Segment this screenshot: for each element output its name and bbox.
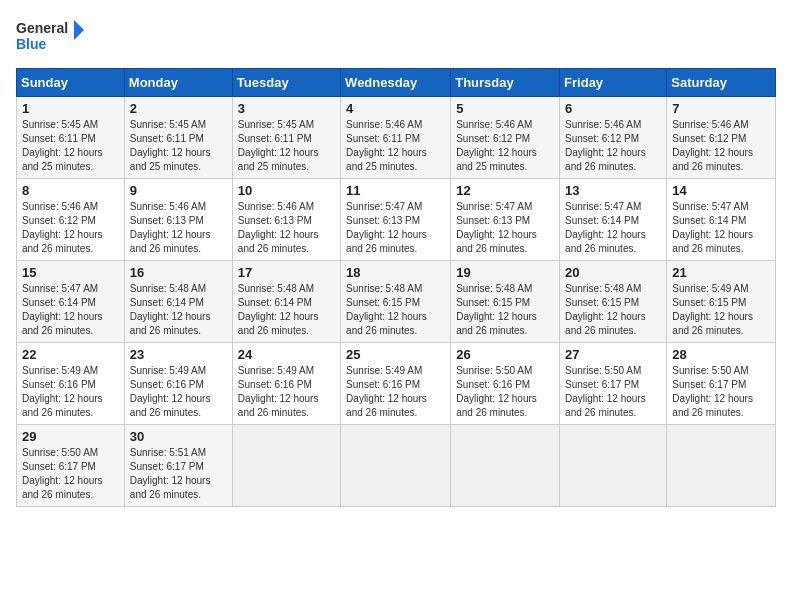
calendar-day-cell bbox=[560, 425, 667, 507]
calendar-day-cell: 10 Sunrise: 5:46 AMSunset: 6:13 PMDaylig… bbox=[232, 179, 340, 261]
calendar-day-cell: 14 Sunrise: 5:47 AMSunset: 6:14 PMDaylig… bbox=[667, 179, 776, 261]
calendar-day-cell: 3 Sunrise: 5:45 AMSunset: 6:11 PMDayligh… bbox=[232, 97, 340, 179]
day-number: 7 bbox=[672, 101, 770, 116]
calendar-week-row: 29 Sunrise: 5:50 AMSunset: 6:17 PMDaylig… bbox=[17, 425, 776, 507]
calendar-week-row: 22 Sunrise: 5:49 AMSunset: 6:16 PMDaylig… bbox=[17, 343, 776, 425]
day-info: Sunrise: 5:48 AMSunset: 6:15 PMDaylight:… bbox=[565, 283, 646, 336]
day-info: Sunrise: 5:50 AMSunset: 6:17 PMDaylight:… bbox=[22, 447, 103, 500]
day-info: Sunrise: 5:48 AMSunset: 6:15 PMDaylight:… bbox=[456, 283, 537, 336]
calendar-day-cell: 7 Sunrise: 5:46 AMSunset: 6:12 PMDayligh… bbox=[667, 97, 776, 179]
calendar-day-header: Friday bbox=[560, 69, 667, 97]
day-number: 8 bbox=[22, 183, 119, 198]
calendar-day-cell bbox=[232, 425, 340, 507]
page-header: General Blue bbox=[16, 16, 776, 56]
calendar-day-cell: 4 Sunrise: 5:46 AMSunset: 6:11 PMDayligh… bbox=[341, 97, 451, 179]
calendar-day-cell: 5 Sunrise: 5:46 AMSunset: 6:12 PMDayligh… bbox=[451, 97, 560, 179]
calendar-week-row: 8 Sunrise: 5:46 AMSunset: 6:12 PMDayligh… bbox=[17, 179, 776, 261]
calendar-day-cell: 17 Sunrise: 5:48 AMSunset: 6:14 PMDaylig… bbox=[232, 261, 340, 343]
day-info: Sunrise: 5:50 AMSunset: 6:17 PMDaylight:… bbox=[672, 365, 753, 418]
day-info: Sunrise: 5:48 AMSunset: 6:15 PMDaylight:… bbox=[346, 283, 427, 336]
day-info: Sunrise: 5:47 AMSunset: 6:14 PMDaylight:… bbox=[22, 283, 103, 336]
day-info: Sunrise: 5:49 AMSunset: 6:16 PMDaylight:… bbox=[130, 365, 211, 418]
day-number: 13 bbox=[565, 183, 661, 198]
day-info: Sunrise: 5:49 AMSunset: 6:16 PMDaylight:… bbox=[346, 365, 427, 418]
calendar-day-cell: 15 Sunrise: 5:47 AMSunset: 6:14 PMDaylig… bbox=[17, 261, 125, 343]
calendar-day-header: Saturday bbox=[667, 69, 776, 97]
calendar-day-cell: 1 Sunrise: 5:45 AMSunset: 6:11 PMDayligh… bbox=[17, 97, 125, 179]
day-number: 30 bbox=[130, 429, 227, 444]
calendar-day-cell: 18 Sunrise: 5:48 AMSunset: 6:15 PMDaylig… bbox=[341, 261, 451, 343]
day-number: 9 bbox=[130, 183, 227, 198]
day-number: 29 bbox=[22, 429, 119, 444]
calendar-day-cell: 12 Sunrise: 5:47 AMSunset: 6:13 PMDaylig… bbox=[451, 179, 560, 261]
calendar-day-cell: 19 Sunrise: 5:48 AMSunset: 6:15 PMDaylig… bbox=[451, 261, 560, 343]
calendar-day-cell: 9 Sunrise: 5:46 AMSunset: 6:13 PMDayligh… bbox=[124, 179, 232, 261]
day-info: Sunrise: 5:45 AMSunset: 6:11 PMDaylight:… bbox=[130, 119, 211, 172]
calendar-day-cell: 21 Sunrise: 5:49 AMSunset: 6:15 PMDaylig… bbox=[667, 261, 776, 343]
calendar-day-cell: 29 Sunrise: 5:50 AMSunset: 6:17 PMDaylig… bbox=[17, 425, 125, 507]
day-info: Sunrise: 5:50 AMSunset: 6:16 PMDaylight:… bbox=[456, 365, 537, 418]
day-number: 12 bbox=[456, 183, 554, 198]
calendar-day-cell: 24 Sunrise: 5:49 AMSunset: 6:16 PMDaylig… bbox=[232, 343, 340, 425]
calendar-day-header: Sunday bbox=[17, 69, 125, 97]
calendar-day-cell: 11 Sunrise: 5:47 AMSunset: 6:13 PMDaylig… bbox=[341, 179, 451, 261]
day-info: Sunrise: 5:51 AMSunset: 6:17 PMDaylight:… bbox=[130, 447, 211, 500]
day-number: 27 bbox=[565, 347, 661, 362]
calendar-day-header: Tuesday bbox=[232, 69, 340, 97]
day-number: 15 bbox=[22, 265, 119, 280]
day-number: 28 bbox=[672, 347, 770, 362]
day-info: Sunrise: 5:46 AMSunset: 6:12 PMDaylight:… bbox=[672, 119, 753, 172]
day-info: Sunrise: 5:46 AMSunset: 6:12 PMDaylight:… bbox=[22, 201, 103, 254]
day-number: 23 bbox=[130, 347, 227, 362]
day-number: 24 bbox=[238, 347, 335, 362]
day-number: 6 bbox=[565, 101, 661, 116]
day-number: 19 bbox=[456, 265, 554, 280]
calendar-day-cell: 2 Sunrise: 5:45 AMSunset: 6:11 PMDayligh… bbox=[124, 97, 232, 179]
day-info: Sunrise: 5:46 AMSunset: 6:12 PMDaylight:… bbox=[565, 119, 646, 172]
calendar-day-header: Monday bbox=[124, 69, 232, 97]
day-number: 2 bbox=[130, 101, 227, 116]
calendar-day-cell: 6 Sunrise: 5:46 AMSunset: 6:12 PMDayligh… bbox=[560, 97, 667, 179]
day-number: 20 bbox=[565, 265, 661, 280]
day-info: Sunrise: 5:46 AMSunset: 6:12 PMDaylight:… bbox=[456, 119, 537, 172]
calendar-week-row: 15 Sunrise: 5:47 AMSunset: 6:14 PMDaylig… bbox=[17, 261, 776, 343]
calendar-table: SundayMondayTuesdayWednesdayThursdayFrid… bbox=[16, 68, 776, 507]
day-number: 21 bbox=[672, 265, 770, 280]
calendar-day-cell: 26 Sunrise: 5:50 AMSunset: 6:16 PMDaylig… bbox=[451, 343, 560, 425]
day-info: Sunrise: 5:49 AMSunset: 6:15 PMDaylight:… bbox=[672, 283, 753, 336]
day-number: 3 bbox=[238, 101, 335, 116]
day-info: Sunrise: 5:47 AMSunset: 6:14 PMDaylight:… bbox=[672, 201, 753, 254]
calendar-body: 1 Sunrise: 5:45 AMSunset: 6:11 PMDayligh… bbox=[17, 97, 776, 507]
calendar-header-row: SundayMondayTuesdayWednesdayThursdayFrid… bbox=[17, 69, 776, 97]
svg-text:Blue: Blue bbox=[16, 36, 47, 52]
day-number: 4 bbox=[346, 101, 445, 116]
day-info: Sunrise: 5:45 AMSunset: 6:11 PMDaylight:… bbox=[22, 119, 103, 172]
calendar-day-cell: 28 Sunrise: 5:50 AMSunset: 6:17 PMDaylig… bbox=[667, 343, 776, 425]
calendar-day-cell: 22 Sunrise: 5:49 AMSunset: 6:16 PMDaylig… bbox=[17, 343, 125, 425]
day-info: Sunrise: 5:46 AMSunset: 6:13 PMDaylight:… bbox=[238, 201, 319, 254]
calendar-day-cell: 16 Sunrise: 5:48 AMSunset: 6:14 PMDaylig… bbox=[124, 261, 232, 343]
calendar-day-header: Thursday bbox=[451, 69, 560, 97]
day-info: Sunrise: 5:48 AMSunset: 6:14 PMDaylight:… bbox=[238, 283, 319, 336]
logo-svg: General Blue bbox=[16, 16, 86, 56]
calendar-day-cell: 25 Sunrise: 5:49 AMSunset: 6:16 PMDaylig… bbox=[341, 343, 451, 425]
logo: General Blue bbox=[16, 16, 86, 56]
calendar-week-row: 1 Sunrise: 5:45 AMSunset: 6:11 PMDayligh… bbox=[17, 97, 776, 179]
day-number: 18 bbox=[346, 265, 445, 280]
svg-text:General: General bbox=[16, 20, 68, 36]
day-number: 10 bbox=[238, 183, 335, 198]
calendar-day-cell: 8 Sunrise: 5:46 AMSunset: 6:12 PMDayligh… bbox=[17, 179, 125, 261]
calendar-day-cell: 13 Sunrise: 5:47 AMSunset: 6:14 PMDaylig… bbox=[560, 179, 667, 261]
day-info: Sunrise: 5:45 AMSunset: 6:11 PMDaylight:… bbox=[238, 119, 319, 172]
calendar-day-cell: 23 Sunrise: 5:49 AMSunset: 6:16 PMDaylig… bbox=[124, 343, 232, 425]
calendar-day-cell: 27 Sunrise: 5:50 AMSunset: 6:17 PMDaylig… bbox=[560, 343, 667, 425]
day-number: 22 bbox=[22, 347, 119, 362]
day-number: 17 bbox=[238, 265, 335, 280]
calendar-day-header: Wednesday bbox=[341, 69, 451, 97]
day-info: Sunrise: 5:46 AMSunset: 6:13 PMDaylight:… bbox=[130, 201, 211, 254]
day-info: Sunrise: 5:49 AMSunset: 6:16 PMDaylight:… bbox=[238, 365, 319, 418]
day-info: Sunrise: 5:50 AMSunset: 6:17 PMDaylight:… bbox=[565, 365, 646, 418]
calendar-day-cell bbox=[341, 425, 451, 507]
day-number: 5 bbox=[456, 101, 554, 116]
day-info: Sunrise: 5:47 AMSunset: 6:13 PMDaylight:… bbox=[456, 201, 537, 254]
